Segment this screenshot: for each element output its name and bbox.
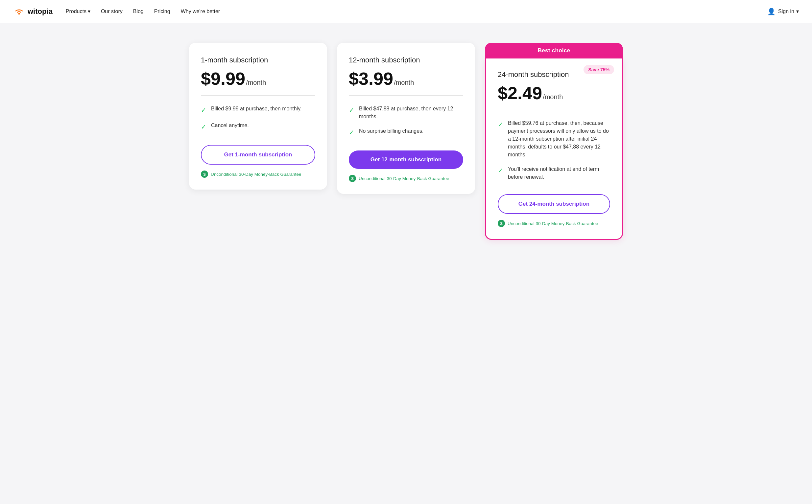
check-icon: ✓ [349, 127, 354, 137]
features-list-24month: ✓ Billed $59.76 at purchase, then, becau… [498, 119, 610, 181]
cta-button-24month[interactable]: Get 24-month subscription [498, 194, 610, 214]
best-choice-label: Best choice [485, 43, 623, 58]
features-list-12month: ✓ Billed $47.88 at purchase, then every … [349, 105, 463, 137]
nav-products[interactable]: Products ▾ [66, 8, 90, 14]
divider-24month [498, 110, 610, 110]
check-icon: ✓ [201, 105, 206, 115]
price-amount-12month: $3.99 [349, 70, 393, 87]
check-icon: ✓ [498, 120, 503, 129]
save-badge: Save 75% [584, 65, 614, 74]
feature-item: ✓ Billed $59.76 at purchase, then, becau… [498, 119, 610, 159]
guarantee-icon: $ [498, 220, 505, 227]
nav-links: Products ▾ Our story Blog Pricing Why we… [66, 8, 767, 14]
price-period-12month: /month [394, 79, 414, 86]
feature-item: ✓ Cancel anytime. [201, 122, 315, 132]
pricing-grid: 1-month subscription $9.99 /month ✓ Bill… [189, 43, 623, 240]
price-amount-24month: $2.49 [498, 84, 542, 102]
price-row-12month: $3.99 /month [349, 70, 463, 87]
plan-card-24month-wrapper: Best choice Save 75% 24-month subscripti… [485, 43, 623, 240]
logo-text: witopia [28, 7, 53, 16]
check-icon: ✓ [498, 166, 503, 175]
price-period-24month: /month [543, 93, 563, 101]
plan-card-1month: 1-month subscription $9.99 /month ✓ Bill… [189, 43, 327, 190]
feature-item: ✓ Billed $47.88 at purchase, then every … [349, 105, 463, 121]
feature-item: ✓ You'll receive notification at end of … [498, 165, 610, 181]
sign-in-button[interactable]: 👤 Sign in ▾ [767, 8, 799, 15]
check-icon: ✓ [201, 122, 206, 132]
feature-item: ✓ Billed $9.99 at purchase, then monthly… [201, 105, 315, 115]
price-amount-1month: $9.99 [201, 70, 245, 87]
nav-why-better[interactable]: Why we're better [181, 9, 220, 14]
main-content: 1-month subscription $9.99 /month ✓ Bill… [176, 23, 636, 266]
divider-1month [201, 95, 315, 96]
money-back-guarantee-24month: $ Unconditional 30-Day Money-Back Guaran… [498, 220, 610, 227]
price-row-24month: $2.49 /month [498, 84, 610, 102]
divider-12month [349, 95, 463, 96]
guarantee-icon: $ [201, 171, 208, 178]
cta-button-1month[interactable]: Get 1-month subscription [201, 145, 315, 165]
plan-card-12month: 12-month subscription $3.99 /month ✓ Bil… [337, 43, 475, 194]
cta-button-12month[interactable]: Get 12-month subscription [349, 150, 463, 169]
svg-point-0 [18, 13, 20, 14]
money-back-guarantee-12month: $ Unconditional 30-Day Money-Back Guaran… [349, 175, 463, 182]
check-icon: ✓ [349, 105, 354, 115]
nav-our-story[interactable]: Our story [101, 9, 123, 14]
main-nav: witopia Products ▾ Our story Blog Pricin… [0, 0, 812, 23]
features-list-1month: ✓ Billed $9.99 at purchase, then monthly… [201, 105, 315, 132]
money-back-guarantee-1month: $ Unconditional 30-Day Money-Back Guaran… [201, 171, 315, 178]
nav-blog[interactable]: Blog [133, 9, 144, 14]
logo[interactable]: witopia [13, 7, 53, 16]
user-icon: 👤 [767, 8, 776, 15]
plan-title-12month: 12-month subscription [349, 56, 463, 64]
nav-pricing[interactable]: Pricing [154, 9, 170, 14]
feature-item: ✓ No surprise billing changes. [349, 127, 463, 137]
plan-card-24month: Save 75% 24-month subscription $2.49 /mo… [485, 58, 623, 240]
price-row-1month: $9.99 /month [201, 70, 315, 87]
plan-title-1month: 1-month subscription [201, 56, 315, 64]
price-period-1month: /month [246, 79, 266, 86]
chevron-down-icon: ▾ [88, 8, 90, 14]
guarantee-icon: $ [349, 175, 356, 182]
chevron-down-icon: ▾ [796, 8, 799, 14]
